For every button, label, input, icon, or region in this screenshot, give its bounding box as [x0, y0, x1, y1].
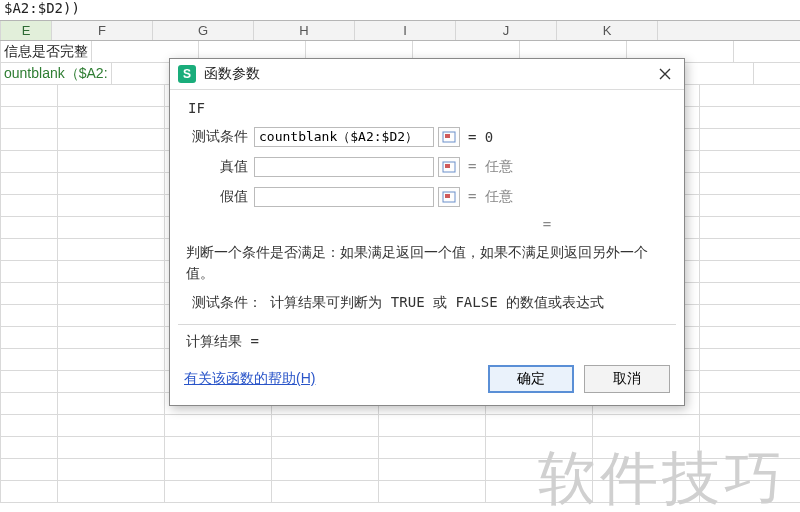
svg-rect-5 — [445, 194, 450, 198]
range-selector-icon[interactable] — [438, 127, 460, 147]
argument-description: 测试条件： 计算结果可判断为 TRUE 或 FALSE 的数值或表达式 — [192, 294, 668, 312]
arg-result-false: = 任意 — [468, 188, 513, 206]
cancel-button[interactable]: 取消 — [584, 365, 670, 393]
arg-input-logical-test[interactable] — [254, 127, 434, 147]
divider — [178, 324, 676, 325]
col-header-I[interactable]: I — [355, 21, 456, 40]
col-header-J[interactable]: J — [456, 21, 557, 40]
range-selector-icon[interactable] — [438, 187, 460, 207]
range-selector-icon[interactable] — [438, 157, 460, 177]
arg-result-logical-test: = 0 — [468, 129, 493, 145]
calculation-result: 计算结果 = — [186, 333, 670, 351]
col-header-K[interactable]: K — [557, 21, 658, 40]
arg-label-true: 真值 — [184, 158, 248, 176]
arg-input-false[interactable] — [254, 187, 434, 207]
column-header-row: E F G H I J K — [0, 20, 800, 41]
function-arguments-dialog: S 函数参数 IF 测试条件 = 0 真值 = 任意 — [169, 58, 685, 406]
col-header-E[interactable]: E — [0, 21, 52, 40]
dialog-titlebar[interactable]: S 函数参数 — [170, 59, 684, 90]
cell-E1[interactable]: 信息是否完整 — [0, 41, 92, 62]
formula-result-eq: = — [424, 216, 670, 232]
function-description: 判断一个条件是否满足：如果满足返回一个值，如果不满足则返回另外一个值。 — [186, 242, 668, 284]
dialog-title: 函数参数 — [204, 65, 654, 83]
col-header-G[interactable]: G — [153, 21, 254, 40]
function-name: IF — [188, 100, 670, 116]
col-header-F[interactable]: F — [52, 21, 153, 40]
arg-result-true: = 任意 — [468, 158, 513, 176]
arg-input-true[interactable] — [254, 157, 434, 177]
wps-logo-icon: S — [178, 65, 196, 83]
col-header-H[interactable]: H — [254, 21, 355, 40]
help-link[interactable]: 有关该函数的帮助(H) — [184, 370, 315, 388]
ok-button[interactable]: 确定 — [488, 365, 574, 393]
svg-rect-1 — [445, 134, 450, 138]
formula-bar-fragment: $A2:$D2)) — [0, 0, 800, 20]
arg-label-logical-test: 测试条件 — [184, 128, 248, 146]
argument-table: 测试条件 = 0 真值 = 任意 假值 — [184, 124, 670, 210]
svg-rect-3 — [445, 164, 450, 168]
close-icon[interactable] — [654, 63, 676, 85]
arg-label-false: 假值 — [184, 188, 248, 206]
cell-E2[interactable]: ountblank（$A2: — [0, 63, 112, 84]
